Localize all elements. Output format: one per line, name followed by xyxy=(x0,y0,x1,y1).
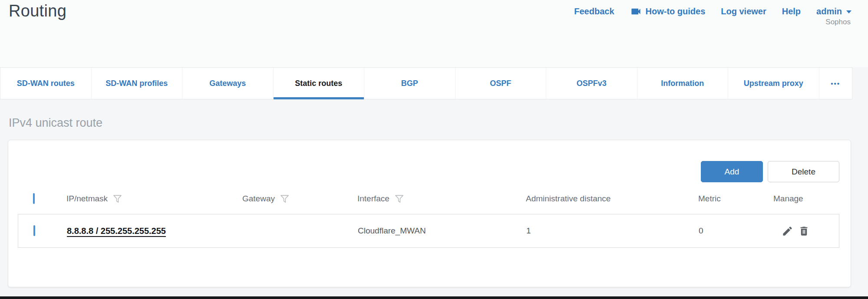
column-header-ip-netmask: IP/netmask xyxy=(66,194,242,204)
log-viewer-label: Log viewer xyxy=(721,7,766,16)
tab-sd-wan-profiles[interactable]: SD-WAN profiles xyxy=(92,68,183,99)
routes-panel: Add Delete IP/netmask Gateway Interface xyxy=(8,140,851,287)
tab-bar: SD-WAN routes SD-WAN profiles Gateways S… xyxy=(0,67,852,99)
column-header-gateway: Gateway xyxy=(242,194,357,204)
tab-information[interactable]: Information xyxy=(637,68,729,99)
column-header-manage: Manage xyxy=(773,194,839,204)
how-to-guides-link[interactable]: How-to guides xyxy=(630,6,706,17)
add-button[interactable]: Add xyxy=(701,161,763,182)
top-nav: Feedback How-to guides Log viewer Help a… xyxy=(574,6,852,17)
manage-cell xyxy=(774,225,839,237)
section-title: IPv4 unicast route xyxy=(9,116,102,130)
manage-header-label: Manage xyxy=(773,194,803,204)
column-header-interface: Interface xyxy=(357,194,526,204)
video-camera-icon xyxy=(630,6,642,17)
how-to-guides-label: How-to guides xyxy=(646,7,706,16)
gateway-header-label: Gateway xyxy=(242,194,275,204)
tab-ospfv3[interactable]: OSPFv3 xyxy=(546,68,637,99)
help-link[interactable]: Help xyxy=(782,7,801,16)
row-checkbox[interactable] xyxy=(33,225,35,236)
tab-ospf[interactable]: OSPF xyxy=(455,68,547,99)
filter-icon[interactable] xyxy=(280,194,289,204)
ip-netmask-header-label: IP/netmask xyxy=(66,194,108,204)
metric-cell: 0 xyxy=(699,226,774,236)
log-viewer-link[interactable]: Log viewer xyxy=(721,7,766,16)
page-header: Routing Feedback How-to guides Log viewe… xyxy=(0,0,868,67)
filter-icon[interactable] xyxy=(113,194,122,204)
feedback-link-label: Feedback xyxy=(574,7,614,16)
interface-header-label: Interface xyxy=(357,194,389,204)
filter-icon[interactable] xyxy=(395,194,404,204)
interface-cell: Cloudflare_MWAN xyxy=(358,226,526,236)
admin-distance-cell: 1 xyxy=(526,226,699,236)
chevron-down-icon xyxy=(846,10,852,14)
column-header-metric: Metric xyxy=(698,194,773,204)
tab-static-routes[interactable]: Static routes xyxy=(274,68,365,99)
admin-distance-header-label: Administrative distance xyxy=(526,194,611,204)
help-label: Help xyxy=(782,7,801,16)
feedback-link[interactable]: Feedback xyxy=(574,7,614,16)
column-header-admin-distance: Administrative distance xyxy=(526,194,698,204)
ip-netmask-link[interactable]: 8.8.8.8 / 255.255.255.255 xyxy=(67,226,166,236)
tab-sd-wan-routes[interactable]: SD-WAN routes xyxy=(0,68,92,99)
page-title: Routing xyxy=(9,2,66,20)
delete-button[interactable]: Delete xyxy=(768,161,839,182)
delete-icon[interactable] xyxy=(798,225,810,237)
tab-more-button[interactable]: ••• xyxy=(819,68,852,99)
user-menu[interactable]: admin xyxy=(816,7,852,16)
toolbar: Add Delete xyxy=(701,161,839,182)
select-all-checkbox[interactable] xyxy=(33,193,35,204)
bottom-bar xyxy=(0,296,868,299)
table-row: 8.8.8.8 / 255.255.255.255 Cloudflare_MWA… xyxy=(18,214,839,248)
brand-label: Sophos xyxy=(825,18,851,26)
table-header: IP/netmask Gateway Interface xyxy=(18,189,839,208)
user-menu-label: admin xyxy=(816,7,842,16)
tab-bgp[interactable]: BGP xyxy=(364,68,455,99)
tab-gateways[interactable]: Gateways xyxy=(182,68,274,99)
edit-icon[interactable] xyxy=(782,225,793,237)
metric-header-label: Metric xyxy=(698,194,721,204)
tab-upstream-proxy[interactable]: Upstream proxy xyxy=(728,68,819,99)
